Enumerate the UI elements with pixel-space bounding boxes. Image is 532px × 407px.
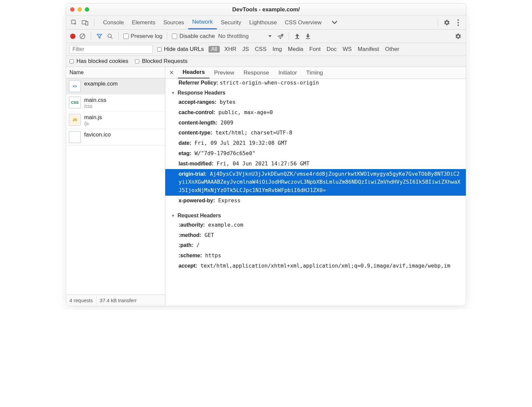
headers-body[interactable]: Referrer Policy: strict-origin-when-cros… — [165, 79, 466, 306]
request-row[interactable]: CSS main.css/css — [66, 95, 165, 112]
download-icon[interactable] — [304, 33, 312, 40]
svg-point-3 — [458, 19, 459, 21]
section-request-headers[interactable]: Request Headers — [165, 211, 466, 220]
response-header: last-modified: Fri, 04 Jun 2021 14:27:56… — [165, 159, 466, 169]
preserve-log-checkbox[interactable]: Preserve log — [123, 33, 162, 40]
filter-type-other[interactable]: Other — [385, 46, 399, 53]
request-list: Name <> example.comCSS main.css/cssJS ma… — [66, 67, 165, 306]
device-toolbar-icon[interactable] — [81, 18, 89, 27]
detail-tab-initiator[interactable]: Initiator — [274, 67, 302, 79]
filter-type-ws[interactable]: WS — [342, 46, 351, 53]
request-header: accept: text/html,application/xhtml+xml,… — [165, 261, 466, 271]
detail-tab-response[interactable]: Response — [239, 67, 274, 79]
inspect-icon[interactable] — [69, 18, 78, 27]
filter-row-2: Has blocked cookies Blocked Requests — [66, 56, 466, 67]
network-toolbar: Preserve log Disable cache No throttling — [66, 30, 466, 43]
throttling-select[interactable]: No throttling — [218, 33, 273, 40]
header-origin-trial[interactable]: origin-trial: Aj4DysCv3VjknU3jJvkDEwnQZK… — [165, 169, 466, 196]
search-icon[interactable] — [106, 33, 114, 40]
separator — [438, 19, 438, 26]
tab-lighthouse[interactable]: Lighthouse — [245, 16, 281, 29]
blocked-requests-checkbox[interactable]: Blocked Requests — [135, 58, 188, 65]
request-header: :authority: example.com — [165, 220, 466, 230]
detail-tab-preview[interactable]: Preview — [209, 67, 239, 79]
file-icon: <> — [69, 80, 81, 92]
header-referrer-policy: Referrer Policy: strict-origin-when-cros… — [165, 79, 466, 88]
window-title: DevTools - example.com/ — [66, 6, 466, 13]
filter-icon[interactable] — [96, 33, 103, 40]
request-name: main.js — [84, 114, 102, 121]
devtools-window: DevTools - example.com/ ConsoleElementsS… — [66, 3, 466, 306]
filter-type-img[interactable]: Img — [273, 46, 282, 53]
filter-type-font[interactable]: Font — [309, 46, 321, 53]
column-header-name[interactable]: Name — [66, 67, 165, 78]
svg-line-7 — [81, 35, 84, 38]
panel-tabstrip: ConsoleElementsSourcesNetworkSecurityLig… — [66, 16, 466, 30]
request-name: main.css — [84, 97, 106, 103]
svg-rect-12 — [295, 38, 299, 39]
record-button[interactable] — [70, 34, 75, 39]
file-icon: JS — [69, 114, 81, 126]
svg-line-9 — [111, 37, 112, 39]
request-path: /css — [84, 103, 106, 109]
hide-data-urls-checkbox[interactable]: Hide data URLs — [157, 46, 204, 53]
request-header: :scheme: https — [165, 251, 466, 261]
settings-icon[interactable] — [443, 18, 451, 27]
chevron-down-icon — [250, 34, 273, 39]
has-blocked-cookies-checkbox[interactable]: Has blocked cookies — [69, 58, 128, 65]
detail-tab-timing[interactable]: Timing — [302, 67, 328, 79]
request-path: /js — [84, 121, 102, 127]
kebab-menu-icon[interactable] — [454, 18, 463, 27]
network-conditions-icon[interactable] — [277, 33, 284, 40]
filter-type-all[interactable]: All — [208, 46, 220, 53]
more-tabs-icon[interactable] — [330, 18, 339, 27]
response-header: content-length: 2009 — [165, 118, 466, 128]
tab-security[interactable]: Security — [217, 16, 245, 29]
clear-icon[interactable] — [79, 33, 86, 40]
tab-console[interactable]: Console — [99, 16, 128, 29]
close-window-icon[interactable] — [70, 7, 74, 12]
response-header: date: Fri, 09 Jul 2021 19:32:08 GMT — [165, 138, 466, 148]
response-header: content-type: text/html; charset=UTF-8 — [165, 128, 466, 138]
svg-point-10 — [280, 38, 281, 39]
window-controls — [70, 7, 89, 12]
filter-type-media[interactable]: Media — [288, 46, 303, 53]
file-icon: CSS — [69, 97, 81, 108]
filter-type-doc[interactable]: Doc — [327, 46, 336, 53]
header-x-powered-by: x-powered-by: Express — [165, 196, 466, 206]
detail-pane: ✕ HeadersPreviewResponseInitiatorTiming … — [165, 67, 466, 306]
tab-sources[interactable]: Sources — [159, 16, 188, 29]
settings-icon[interactable] — [455, 33, 462, 40]
request-row[interactable]: <> example.com — [66, 78, 165, 95]
request-name: example.com — [84, 80, 118, 87]
tab-network[interactable]: Network — [188, 16, 217, 29]
detail-tabstrip: ✕ HeadersPreviewResponseInitiatorTiming — [165, 67, 466, 79]
upload-icon[interactable] — [294, 33, 301, 40]
filter-type-css[interactable]: CSS — [255, 46, 267, 53]
disable-cache-checkbox[interactable]: Disable cache — [172, 33, 215, 40]
request-row[interactable]: favicon.ico — [66, 129, 165, 145]
minimize-window-icon[interactable] — [77, 7, 82, 12]
status-transfer: 37.4 kB transferr — [96, 295, 140, 306]
response-header: accept-ranges: bytes — [165, 97, 466, 107]
filter-type-manifest[interactable]: Manifest — [358, 46, 379, 53]
close-icon[interactable]: ✕ — [167, 69, 176, 76]
filter-type-js[interactable]: JS — [242, 46, 249, 53]
filter-row: Hide data URLs All XHRJSCSSImgMediaFontD… — [66, 43, 466, 56]
main-split: Name <> example.comCSS main.css/cssJS ma… — [66, 67, 466, 306]
tab-elements[interactable]: Elements — [128, 16, 159, 29]
tabs-host: ConsoleElementsSourcesNetworkSecurityLig… — [99, 16, 326, 29]
tab-css-overview[interactable]: CSS Overview — [281, 16, 326, 29]
zoom-window-icon[interactable] — [85, 7, 89, 12]
request-row[interactable]: JS main.js/js — [66, 112, 165, 129]
separator — [94, 19, 94, 26]
response-header: cache-control: public, max-age=0 — [165, 107, 466, 118]
section-response-headers[interactable]: Response Headers — [165, 88, 466, 97]
detail-tab-headers[interactable]: Headers — [178, 67, 209, 79]
svg-point-4 — [458, 22, 459, 23]
svg-rect-2 — [86, 21, 88, 25]
filter-type-xhr[interactable]: XHR — [224, 46, 236, 53]
file-icon — [69, 131, 81, 143]
svg-point-8 — [108, 34, 111, 38]
filter-input[interactable] — [69, 45, 153, 54]
